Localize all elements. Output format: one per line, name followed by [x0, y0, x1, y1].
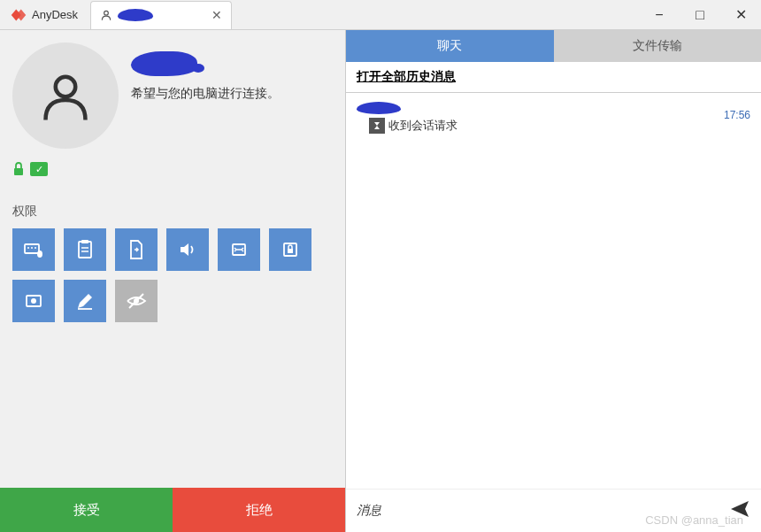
accept-button[interactable]: 接受: [0, 488, 173, 532]
perm-clipboard[interactable]: [64, 228, 106, 271]
user-icon: [39, 69, 92, 122]
svg-point-5: [31, 247, 33, 249]
perm-audio[interactable]: [166, 228, 209, 271]
speaker-icon: [177, 239, 198, 260]
reject-button[interactable]: 拒绝: [173, 488, 345, 532]
svg-rect-8: [79, 242, 91, 258]
message-text-row: 收到会话请求: [357, 118, 750, 134]
profile-text: 希望与您的电脑进行连接。: [131, 42, 333, 149]
message-text: 收到会话请求: [388, 118, 457, 134]
window-minimize[interactable]: −: [639, 0, 680, 30]
hourglass-icon: [369, 118, 385, 134]
chat-body: 收到会话请求 17:56: [346, 93, 761, 489]
main-area: 希望与您的电脑进行连接。 ✓ 权限 接受 拒绝 聊天 文件传: [0, 30, 761, 532]
message-input-row: 消息: [346, 489, 761, 532]
privacy-icon: [126, 290, 147, 312]
tab-chat[interactable]: 聊天: [346, 30, 554, 62]
send-icon: [729, 498, 750, 520]
perm-keyboard-mouse[interactable]: [12, 228, 55, 271]
svg-rect-14: [288, 249, 293, 253]
perm-draw[interactable]: [64, 280, 106, 322]
clipboard-icon: [74, 239, 96, 260]
anydesk-logo-icon: [9, 5, 28, 25]
svg-rect-2: [14, 168, 23, 175]
avatar: [12, 42, 119, 149]
perm-record[interactable]: [12, 280, 55, 322]
message-input[interactable]: 消息: [357, 503, 381, 519]
svg-point-7: [37, 251, 42, 258]
permissions-heading: 权限: [0, 186, 345, 228]
lock-perm-icon: [280, 239, 301, 260]
action-row: 接受 拒绝: [0, 488, 345, 532]
window-close[interactable]: ✕: [720, 0, 761, 30]
remote-name-redacted: [131, 51, 197, 76]
svg-point-4: [27, 247, 29, 249]
permissions-grid: [0, 228, 345, 322]
tab-user-icon: [100, 9, 112, 21]
chat-tabs: 聊天 文件传输: [346, 30, 761, 62]
verified-badge-icon: ✓: [30, 162, 48, 176]
svg-point-1: [56, 77, 76, 97]
svg-rect-9: [81, 240, 88, 243]
lock-icon: [12, 161, 25, 177]
left-panel: 希望与您的电脑进行连接。 ✓ 权限 接受 拒绝: [0, 30, 345, 532]
keyboard-icon: [23, 239, 44, 260]
window-maximize[interactable]: □: [680, 0, 720, 30]
app-name: AnyDesk: [32, 8, 78, 21]
file-icon: [126, 239, 147, 260]
switch-icon: [228, 239, 250, 260]
chat-message: 收到会话请求 17:56: [357, 102, 750, 134]
right-panel: 聊天 文件传输 打开全部历史消息 收到会话请求 17:56 消息: [345, 30, 761, 532]
app-logo-wrap: AnyDesk: [0, 5, 87, 25]
perm-switch-sides[interactable]: [218, 228, 260, 271]
svg-point-0: [104, 11, 109, 15]
perm-privacy[interactable]: [115, 280, 158, 322]
message-sender-redacted: [357, 102, 401, 114]
titlebar: AnyDesk ✕ − □ ✕: [0, 0, 761, 30]
perm-lock[interactable]: [269, 228, 311, 271]
message-time: 17:56: [724, 109, 750, 121]
tab-remote-name-redacted: [118, 9, 153, 21]
pencil-icon: [74, 290, 96, 312]
record-icon: [23, 290, 44, 312]
send-button[interactable]: [729, 498, 750, 523]
svg-point-6: [35, 247, 36, 249]
open-history-link[interactable]: 打开全部历史消息: [346, 62, 761, 93]
svg-point-16: [31, 298, 36, 304]
session-tab[interactable]: ✕: [90, 1, 232, 29]
tab-file-transfer[interactable]: 文件传输: [554, 30, 762, 62]
perm-file-transfer[interactable]: [115, 228, 158, 271]
connection-request-text: 希望与您的电脑进行连接。: [131, 83, 333, 103]
profile-row: 希望与您的电脑进行连接。: [0, 30, 345, 161]
trust-indicators: ✓: [0, 161, 345, 186]
tab-close-icon[interactable]: ✕: [211, 8, 222, 22]
svg-line-19: [129, 294, 143, 308]
